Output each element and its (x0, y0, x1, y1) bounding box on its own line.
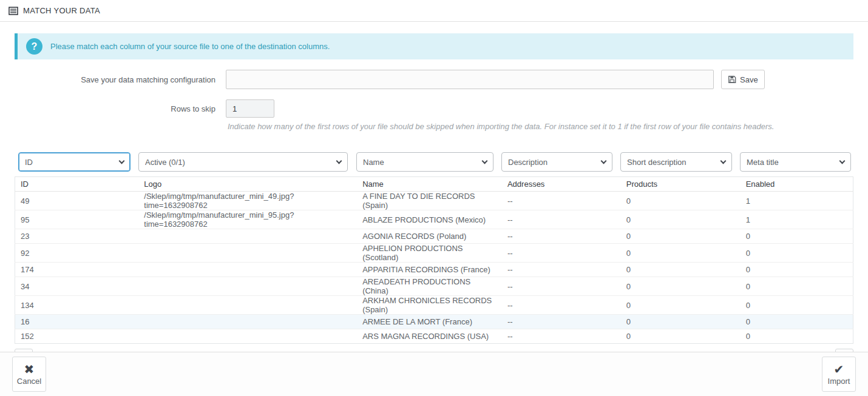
matcher-select-4[interactable]: Short description (620, 152, 732, 172)
table-row: 152ARS MAGNA RECORDINGS (USA)--00 (15, 329, 853, 344)
check-icon: ✔ (834, 363, 844, 376)
table-cell (138, 315, 357, 329)
rows-to-skip-input[interactable] (226, 99, 274, 118)
table-cell: 0 (741, 229, 853, 244)
import-button-label: Import (828, 377, 850, 386)
table-cell: /Sklep/img/tmp/manufacturer_mini_95.jpg?… (138, 210, 357, 229)
cancel-button-label: Cancel (17, 377, 41, 386)
table-cell: -- (502, 315, 621, 329)
table-cell: 1 (741, 192, 853, 210)
info-alert-text: Please match each column of your source … (50, 42, 330, 51)
table-cell: 0 (741, 329, 853, 344)
column-header: Addresses (502, 177, 621, 192)
table-row: 16ARMEE DE LA MORT (France)--00 (15, 315, 853, 329)
matcher-select-wrap: Name (356, 152, 493, 172)
save-button-label: Save (740, 75, 758, 84)
cancel-x-icon: ✖ (24, 363, 35, 376)
column-header: ID (15, 177, 139, 192)
table-cell: 34 (15, 277, 139, 296)
matcher-select-0[interactable]: ID (18, 152, 131, 172)
table-cell: -- (502, 263, 621, 277)
table-cell: -- (502, 192, 621, 210)
matcher-select-wrap: Description (501, 152, 612, 172)
table-cell: 0 (621, 263, 741, 277)
table-cell (138, 329, 357, 344)
table-cell: -- (502, 329, 621, 344)
matcher-select-3[interactable]: Description (501, 152, 612, 172)
matcher-select-1[interactable]: Active (0/1) (138, 152, 348, 172)
table-cell: -- (502, 277, 621, 296)
config-name-label: Save your data matching configuration (15, 75, 221, 84)
table-cell (138, 229, 357, 244)
page-title: MATCH YOUR DATA (23, 6, 100, 15)
preview-table: IDLogoNameAddressesProductsEnabled 49/Sk… (15, 176, 853, 344)
table-cell: A FINE DAY TO DIE RECORDS (Spain) (357, 192, 502, 210)
table-cell: 1 (741, 210, 853, 229)
info-alert: ? Please match each column of your sourc… (15, 33, 853, 59)
matcher-select-wrap: Active (0/1) (138, 152, 348, 172)
column-header: Enabled (741, 177, 853, 192)
preview-table-header-row: IDLogoNameAddressesProductsEnabled (15, 177, 853, 192)
table-cell: ARMEE DE LA MORT (France) (357, 315, 502, 329)
table-cell: 0 (621, 277, 741, 296)
table-cell: 134 (15, 296, 139, 315)
table-cell: -- (502, 244, 621, 263)
table-cell (138, 296, 357, 315)
table-cell: 0 (741, 244, 853, 263)
table-cell (138, 263, 357, 277)
table-cell: AREADEATH PRODUCTIONS (China) (357, 277, 502, 296)
matcher-row: IDActive (0/1)NameDescriptionShort descr… (15, 152, 853, 172)
matcher-select-wrap: ID (18, 152, 131, 172)
table-cell: AGONIA RECORDS (Poland) (357, 229, 502, 244)
table-cell: 95 (15, 210, 139, 229)
matcher-select-5[interactable]: Meta title (740, 152, 851, 172)
table-cell: 23 (15, 229, 139, 244)
table-cell: 0 (621, 192, 741, 210)
table-cell: 0 (741, 277, 853, 296)
table-cell: 0 (741, 315, 853, 329)
table-cell: 0 (741, 263, 853, 277)
table-cell: 92 (15, 244, 139, 263)
panel-footer: ✖ Cancel ✔ Import (0, 352, 868, 396)
table-cell: APPARITIA RECORDINGS (France) (357, 263, 502, 277)
table-row: 174APPARITIA RECORDINGS (France)--00 (15, 263, 853, 277)
table-row: 23AGONIA RECORDS (Poland)--00 (15, 229, 853, 244)
table-cell: /Sklep/img/tmp/manufacturer_mini_49.jpg?… (138, 192, 357, 210)
table-cell: 152 (15, 329, 139, 344)
config-name-input[interactable] (226, 70, 714, 89)
table-cell: -- (502, 296, 621, 315)
table-cell: -- (502, 229, 621, 244)
table-cell: 0 (741, 296, 853, 315)
table-cell: 49 (15, 192, 139, 210)
table-cell: ABLAZE PRODUCTIONS (Mexico) (357, 210, 502, 229)
cancel-button[interactable]: ✖ Cancel (12, 357, 46, 392)
table-cell (138, 277, 357, 296)
column-header: Products (621, 177, 741, 192)
save-button[interactable]: Save (721, 70, 765, 89)
list-icon (8, 7, 18, 15)
table-cell: ARKHAM CHRONICLES RECORDS (Spain) (357, 296, 502, 315)
column-header: Name (357, 177, 502, 192)
table-cell: 0 (621, 229, 741, 244)
matcher-select-wrap: Short description (620, 152, 732, 172)
table-cell: 0 (621, 329, 741, 344)
rows-to-skip-help: Indicate how many of the first rows of y… (228, 122, 853, 131)
column-header: Logo (138, 177, 357, 192)
matcher-select-wrap: Meta title (740, 152, 851, 172)
table-row: 92APHELION PRODUCTIONS (Scotland)--00 (15, 244, 853, 263)
save-icon (728, 75, 736, 84)
table-row: 134ARKHAM CHRONICLES RECORDS (Spain)--00 (15, 296, 853, 315)
import-button[interactable]: ✔ Import (822, 357, 856, 392)
table-cell: 174 (15, 263, 139, 277)
preview-table-body: 49/Sklep/img/tmp/manufacturer_mini_49.jp… (15, 192, 853, 344)
panel-header: MATCH YOUR DATA (0, 0, 868, 22)
table-cell: 0 (621, 210, 741, 229)
table-cell: 0 (621, 244, 741, 263)
table-cell: 0 (621, 296, 741, 315)
table-cell: 16 (15, 315, 139, 329)
table-row: 49/Sklep/img/tmp/manufacturer_mini_49.jp… (15, 192, 853, 210)
table-row: 95/Sklep/img/tmp/manufacturer_mini_95.jp… (15, 210, 853, 229)
help-icon: ? (26, 38, 42, 55)
matcher-select-2[interactable]: Name (356, 152, 493, 172)
rows-to-skip-label: Rows to skip (15, 104, 221, 113)
